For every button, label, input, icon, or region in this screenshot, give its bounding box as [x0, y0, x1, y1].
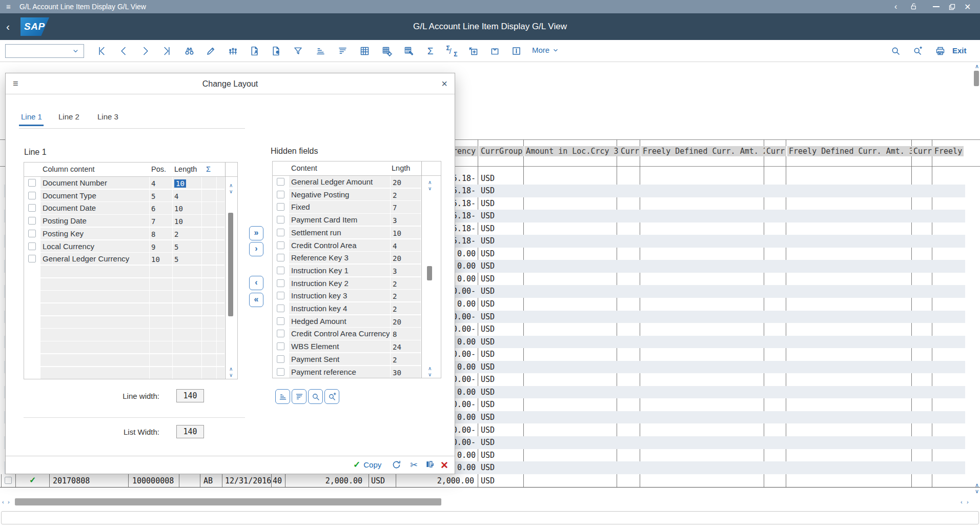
row-checkbox[interactable]: [28, 217, 36, 225]
unlock-icon[interactable]: [910, 0, 918, 13]
sort-ascending-button[interactable]: [275, 389, 290, 404]
row-checkbox[interactable]: [277, 342, 284, 350]
search-more-button[interactable]: [324, 389, 339, 404]
spreadsheet-icon[interactable]: [358, 44, 372, 58]
row-checkbox[interactable]: [28, 230, 36, 237]
row-checkbox[interactable]: [277, 368, 284, 376]
row-checkbox[interactable]: [28, 192, 36, 199]
scroll-up-icon[interactable]: ∧: [428, 366, 432, 371]
scroll-left-icon[interactable]: ‹: [2, 499, 4, 505]
row-checkbox[interactable]: [277, 305, 284, 312]
dialog-close-icon[interactable]: ×: [441, 77, 447, 90]
pos-value[interactable]: 6: [151, 205, 155, 213]
sort-ascending-icon[interactable]: [314, 44, 328, 58]
tab-line-3[interactable]: Line 3: [97, 112, 118, 121]
row-checkbox[interactable]: [277, 216, 284, 224]
move-left-button[interactable]: ‹: [249, 276, 263, 290]
sum-icon[interactable]: Σ: [423, 44, 437, 58]
line-width-field[interactable]: 140: [176, 389, 204, 402]
move-right-button[interactable]: ›: [249, 242, 263, 256]
refresh-button[interactable]: [391, 459, 402, 470]
column-header[interactable]: Amount in Loc.Crcy 3: [524, 147, 620, 156]
restore-icon[interactable]: [948, 0, 956, 13]
search-button[interactable]: [308, 389, 323, 404]
scroll-down-icon[interactable]: ∨: [428, 186, 432, 191]
length-value[interactable]: 2: [174, 230, 178, 238]
row-checkbox[interactable]: [28, 255, 36, 262]
first-page-icon[interactable]: [95, 44, 109, 58]
pos-value[interactable]: 10: [151, 255, 160, 264]
vertical-scrollbar[interactable]: [974, 71, 979, 86]
file-send-icon[interactable]: [269, 44, 283, 58]
scroll-down-icon[interactable]: ∨: [428, 372, 432, 377]
row-checkbox[interactable]: [277, 241, 284, 249]
row-checkbox[interactable]: [277, 267, 284, 274]
scroll-up-icon[interactable]: ∧: [975, 64, 979, 69]
row-checkbox[interactable]: [277, 191, 284, 198]
column-header[interactable]: Curr: [619, 147, 641, 156]
tab-line-2[interactable]: Line 2: [58, 112, 79, 121]
scroll-down-icon[interactable]: ∨: [229, 189, 233, 194]
paste-columns-button[interactable]: [425, 459, 435, 470]
search-icon[interactable]: [889, 44, 903, 58]
exit-button[interactable]: Exit: [952, 46, 967, 55]
column-header[interactable]: Freely Defined Curr. Amt. 2: [641, 147, 769, 156]
length-value[interactable]: 10: [174, 205, 183, 213]
row-checkbox[interactable]: [277, 254, 284, 261]
length-value[interactable]: 4: [174, 192, 178, 200]
scroll-up-icon[interactable]: ∧: [229, 183, 233, 188]
display-variant-icon[interactable]: [226, 44, 240, 58]
row-checkbox[interactable]: [277, 203, 284, 211]
add-entry-icon[interactable]: [466, 44, 480, 58]
column-header-sum-icon[interactable]: Σ: [206, 165, 211, 173]
previous-page-icon[interactable]: [117, 44, 131, 58]
copy-button[interactable]: ✓ Copy: [353, 459, 381, 470]
pos-value[interactable]: 8: [151, 230, 155, 238]
collapse-icon[interactable]: ‹: [894, 0, 897, 13]
file-export-icon[interactable]: [248, 44, 261, 58]
table-settings-icon[interactable]: [380, 44, 394, 58]
row-checkbox[interactable]: [28, 179, 36, 187]
pos-value[interactable]: 9: [151, 243, 155, 251]
accept-entry-icon[interactable]: [488, 44, 502, 58]
scroll-left-icon[interactable]: ‹: [961, 499, 963, 505]
length-value[interactable]: 5: [174, 255, 178, 264]
row-checkbox[interactable]: [277, 355, 284, 363]
menu-icon[interactable]: ≡: [6, 2, 11, 11]
column-header[interactable]: Freely: [933, 147, 964, 156]
next-page-icon[interactable]: [138, 44, 152, 58]
scroll-right-icon[interactable]: ›: [8, 499, 10, 505]
table-scrollbar[interactable]: [228, 213, 233, 316]
edit-icon[interactable]: [204, 44, 218, 58]
pos-value[interactable]: 7: [151, 217, 155, 226]
info-icon[interactable]: [509, 44, 523, 58]
subtotal-icon[interactable]: Σ/Σ: [445, 44, 459, 58]
more-button[interactable]: More: [532, 46, 559, 54]
length-value[interactable]: 5: [174, 243, 178, 251]
cut-button[interactable]: ✂: [410, 459, 418, 471]
row-checkbox[interactable]: [277, 229, 284, 236]
find-icon[interactable]: [182, 44, 196, 58]
command-combobox[interactable]: [5, 44, 84, 58]
last-page-icon[interactable]: [160, 44, 174, 58]
row-checkbox[interactable]: [28, 204, 36, 212]
sort-descending-icon[interactable]: [336, 44, 350, 58]
row-checkbox[interactable]: [28, 242, 36, 250]
row-checkbox[interactable]: [277, 317, 284, 325]
table-layout-icon[interactable]: [402, 44, 416, 58]
row-checkbox[interactable]: [277, 279, 284, 287]
column-header[interactable]: Curr: [912, 147, 933, 156]
row-checkbox[interactable]: [277, 330, 284, 337]
column-header[interactable]: CurrGroup: [479, 147, 524, 156]
column-header[interactable]: Curr: [765, 147, 786, 156]
row-checkbox[interactable]: [5, 477, 12, 484]
row-checkbox[interactable]: [277, 178, 284, 186]
search-more-icon[interactable]: [911, 44, 925, 58]
minimize-icon[interactable]: [933, 0, 940, 13]
length-value[interactable]: 10: [174, 179, 186, 188]
table-scrollbar[interactable]: [427, 266, 432, 280]
scroll-down-icon[interactable]: ∨: [975, 489, 979, 494]
list-width-field[interactable]: 140: [176, 425, 204, 438]
cancel-button[interactable]: ✕: [440, 459, 448, 471]
move-all-right-button[interactable]: »: [249, 226, 263, 240]
